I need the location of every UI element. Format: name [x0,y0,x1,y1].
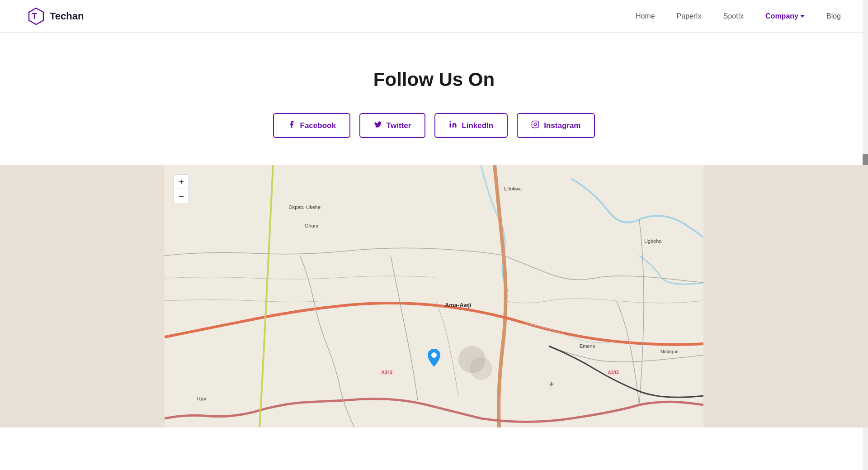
map-label-emene: Emene [580,343,595,349]
nav-company[interactable]: Company [765,12,805,20]
zoom-in-button[interactable]: + [174,175,189,189]
linkedin-label: LinkedIn [462,121,493,130]
main-nav: Home PaperIx SpotIx Company Blog [636,12,841,20]
logo-text: Techan [50,10,84,22]
map-label-a343-right: A343 [606,370,620,375]
linkedin-button[interactable]: LinkedIn [434,113,508,138]
main-content: Follow Us On Facebook Twitter [0,33,868,427]
map-label-ugboho: Ugboho [644,238,662,244]
map-location-pin [428,349,440,369]
instagram-icon [531,120,539,131]
svg-point-2 [450,121,451,123]
twitter-button[interactable]: Twitter [359,113,425,138]
map-label-a343-left: A343 [380,370,394,375]
svg-rect-5 [165,165,703,427]
map-label-ndiaguc: Ndiaguc [660,349,679,354]
map-label-ama-awji: Ama-Awji [445,302,472,309]
facebook-button[interactable]: Facebook [273,113,350,138]
nav-home[interactable]: Home [636,12,655,20]
chevron-down-icon [800,15,805,18]
map-container[interactable]: ✈ + − Effokwo Okpatu-Ukehe Ohum Ugboho A… [165,165,703,427]
svg-rect-3 [532,121,539,128]
map-section: ✈ + − Effokwo Okpatu-Ukehe Ohum Ugboho A… [0,165,868,427]
nav-blog[interactable]: Blog [826,12,841,20]
svg-point-8 [470,357,492,380]
map-label-ohum: Ohum [305,223,318,228]
nav-spotix[interactable]: SpotIx [723,12,744,20]
social-buttons-group: Facebook Twitter [273,113,595,138]
facebook-icon [288,120,296,131]
nav-paperix[interactable]: PaperIx [677,12,702,20]
map-zoom-controls: + − [174,174,189,204]
instagram-button[interactable]: Instagram [517,113,595,138]
svg-point-9 [431,352,437,358]
linkedin-icon [449,120,457,131]
follow-title: Follow Us On [373,69,495,90]
svg-rect-1 [450,123,451,128]
logo-link[interactable]: T Techan [27,7,84,25]
twitter-icon [374,120,382,131]
map-label-effokwo: Effokwo [504,186,522,191]
follow-section: Follow Us On Facebook Twitter [0,33,868,165]
header: T Techan Home PaperIx SpotIx Company Blo… [0,0,868,33]
logo-icon: T [27,7,45,25]
facebook-label: Facebook [300,121,336,130]
map-label-udi: Uди [197,396,207,401]
map-background: ✈ [165,165,703,427]
svg-text:T: T [32,12,37,21]
map-label-okpatu: Okpatu-Ukehe [288,204,321,210]
zoom-out-button[interactable]: − [174,189,189,204]
svg-text:✈: ✈ [548,380,554,388]
twitter-label: Twitter [387,121,411,130]
instagram-label: Instagram [544,121,580,130]
